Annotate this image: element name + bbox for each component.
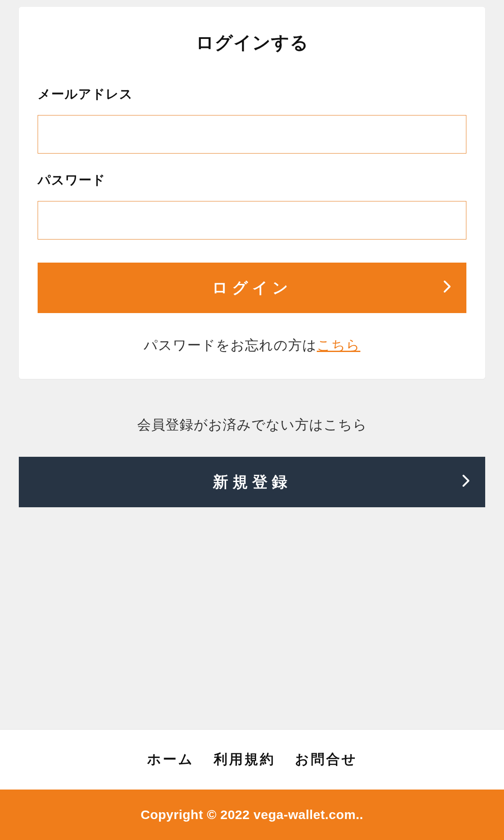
email-field-group: メールアドレス (38, 86, 466, 154)
footer-link-contact[interactable]: お問合せ (295, 750, 357, 769)
password-field[interactable] (38, 201, 466, 240)
password-label: パスワード (38, 172, 466, 189)
register-prompt: 会員登録がお済みでない方はこちら (19, 416, 485, 435)
login-card: ログインする メールアドレス パスワード ログイン パスワードをお忘れの方はこち… (19, 7, 485, 379)
forgot-password-text: パスワードをお忘れの方はこちら (38, 336, 466, 355)
chevron-right-icon (462, 473, 470, 491)
register-button[interactable]: 新規登録 (19, 457, 485, 507)
chevron-right-icon (443, 279, 451, 297)
footer-link-terms[interactable]: 利用規約 (214, 750, 275, 769)
email-field[interactable] (38, 115, 466, 154)
forgot-password-prefix: パスワードをお忘れの方は (144, 337, 317, 353)
footer-nav: ホーム 利用規約 お問合せ (0, 729, 504, 790)
forgot-password-link[interactable]: こちら (317, 337, 360, 353)
register-section: 会員登録がお済みでない方はこちら 新規登録 (19, 379, 485, 507)
footer-link-home[interactable]: ホーム (147, 750, 194, 769)
login-button[interactable]: ログイン (38, 263, 466, 313)
register-button-label: 新規登録 (213, 473, 292, 491)
copyright-text: Copyright © 2022 vega-wallet.com.. (141, 807, 363, 822)
email-label: メールアドレス (38, 86, 466, 103)
login-title: ログインする (38, 31, 466, 55)
password-field-group: パスワード (38, 172, 466, 240)
copyright-bar: Copyright © 2022 vega-wallet.com.. (0, 790, 504, 840)
login-button-label: ログイン (212, 279, 292, 296)
